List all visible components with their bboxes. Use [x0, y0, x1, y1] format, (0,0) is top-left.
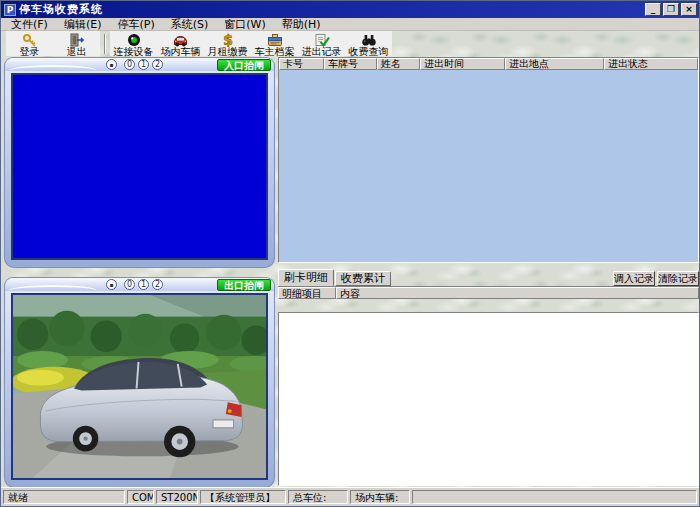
status-spacer	[412, 490, 697, 504]
detail-panel: 刷卡明细 收费累计 调入记录 清除记录 明细项目 内容	[278, 269, 699, 487]
toolbar: 登录 退出 连接设备 场内车辆 $ 月租缴费	[1, 31, 699, 56]
menu-edit[interactable]: 编辑(E)	[56, 18, 110, 31]
tab-fee-accumulate[interactable]: 收费累计	[335, 271, 391, 286]
svg-text:$: $	[223, 33, 233, 47]
col-name[interactable]: 姓名	[377, 58, 420, 70]
detail-header-row: 明细项目 内容	[278, 286, 699, 299]
entrance-video-screen	[11, 73, 268, 260]
inout-records-table: 卡号 车牌号 姓名 进出时间 进出地点 进出状态	[278, 57, 699, 263]
entrance-panel-header: ▪ 0 1 2 入口抬闸	[4, 57, 275, 71]
status-total-spaces: 总车位:	[288, 490, 348, 504]
exit-panel-header: ▪ 0 1 2 出口抬闸	[4, 277, 275, 291]
car-icon	[172, 33, 189, 47]
menu-system[interactable]: 系统(S)	[163, 18, 217, 31]
records-body	[279, 70, 698, 262]
col-inout-time[interactable]: 进出时间	[420, 58, 505, 70]
exit-video-screen	[11, 293, 268, 480]
parking-system-window: P 停车场收费系统 _ ❐ × 文件(F) 编辑(E) 停车(P) 系统(S) …	[0, 0, 700, 507]
app-icon: P	[4, 4, 16, 16]
channel-0-button[interactable]: 0	[124, 279, 135, 290]
toolbar-separator	[104, 34, 106, 54]
lens-icon	[126, 33, 142, 47]
menu-file[interactable]: 文件(F)	[3, 18, 56, 31]
vehicles-inlot-button[interactable]: 场内车辆	[157, 31, 204, 56]
tab-swipe-detail[interactable]: 刷卡明细	[278, 269, 334, 286]
inout-records-button[interactable]: 进出记录	[298, 31, 345, 56]
exit-door-icon	[69, 33, 85, 47]
detail-tab-row: 刷卡明细 收费累计 调入记录 清除记录	[278, 269, 699, 286]
load-records-button[interactable]: 调入记录	[613, 271, 655, 286]
col-inout-place[interactable]: 进出地点	[505, 58, 604, 70]
title-bar: P 停车场收费系统 _ ❐ ×	[1, 1, 699, 18]
minimize-button[interactable]: _	[645, 3, 661, 16]
col-plate-no[interactable]: 车牌号	[324, 58, 377, 70]
key-icon	[22, 33, 38, 47]
records-header-row: 卡号 车牌号 姓名 进出时间 进出地点 进出状态	[279, 58, 698, 70]
exit-camera-panel: ▪ 0 1 2 出口抬闸	[4, 277, 275, 488]
monthly-fee-button[interactable]: $ 月租缴费	[204, 31, 251, 56]
window-title: 停车场收费系统	[19, 2, 103, 17]
detail-body	[278, 312, 699, 486]
restore-button[interactable]: ❐	[663, 3, 679, 16]
connect-device-button[interactable]: 连接设备	[110, 31, 157, 56]
menu-help[interactable]: 帮助(H)	[274, 18, 329, 31]
binoculars-icon	[361, 33, 377, 47]
exit-gate-open-button[interactable]: 出口抬闸	[217, 279, 271, 291]
login-button[interactable]: 登录	[6, 31, 53, 56]
col-card-no[interactable]: 卡号	[279, 58, 324, 70]
close-button[interactable]: ×	[681, 3, 697, 16]
status-bar: 就绪 COM1 ST200NT2 【系统管理员】 总车位: 场内车辆:	[1, 487, 699, 506]
status-operator: 【系统管理员】	[200, 490, 286, 504]
exit-panel-frame	[4, 291, 275, 488]
entrance-gate-open-button[interactable]: 入口抬闸	[217, 59, 271, 71]
status-inlot-count: 场内车辆:	[350, 490, 410, 504]
owner-files-button[interactable]: 车主档案	[251, 31, 298, 56]
status-device: ST200NT2	[156, 490, 198, 504]
channel-2-button[interactable]: 2	[152, 59, 163, 70]
fee-query-button[interactable]: 收费查询	[345, 31, 392, 56]
dollar-icon: $	[221, 33, 235, 47]
entrance-panel-frame	[4, 71, 275, 268]
card-file-icon	[267, 33, 283, 47]
channel-record-button[interactable]: ▪	[106, 59, 117, 70]
channel-0-button[interactable]: 0	[124, 59, 135, 70]
col-detail-item[interactable]: 明细项目	[278, 287, 336, 299]
clear-records-button[interactable]: 清除记录	[657, 271, 699, 286]
check-note-icon	[314, 33, 330, 47]
menu-bar: 文件(F) 编辑(E) 停车(P) 系统(S) 窗口(W) 帮助(H)	[1, 18, 699, 31]
col-inout-state[interactable]: 进出状态	[604, 58, 698, 70]
main-area: ▪ 0 1 2 入口抬闸 ▪ 0 1 2 出口抬闸	[1, 56, 699, 487]
status-com-port: COM1	[127, 490, 154, 504]
status-ready: 就绪	[3, 490, 125, 504]
menu-window[interactable]: 窗口(W)	[216, 18, 273, 31]
entrance-camera-panel: ▪ 0 1 2 入口抬闸	[4, 57, 275, 268]
car-photo	[13, 295, 266, 478]
col-detail-content[interactable]: 内容	[336, 287, 699, 299]
logout-button[interactable]: 退出	[53, 31, 100, 56]
channel-1-button[interactable]: 1	[138, 279, 149, 290]
channel-record-button[interactable]: ▪	[106, 279, 117, 290]
channel-1-button[interactable]: 1	[138, 59, 149, 70]
menu-parking[interactable]: 停车(P)	[109, 18, 162, 31]
channel-2-button[interactable]: 2	[152, 279, 163, 290]
